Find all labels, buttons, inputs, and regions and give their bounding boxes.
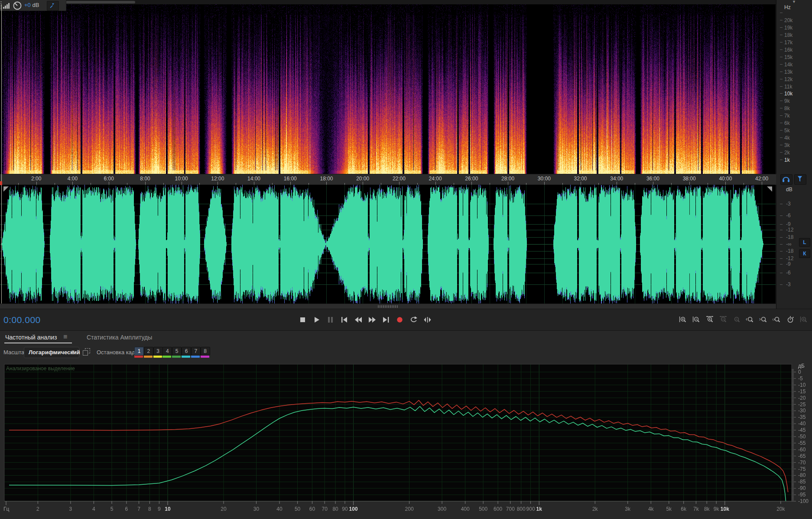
playhead-marker[interactable] — [0, 181, 2, 185]
pin-playhead-button[interactable] — [47, 1, 59, 11]
db-unit-label: dB — [786, 186, 793, 193]
playhead-line[interactable] — [1, 4, 2, 304]
channel-badge-L[interactable]: L — [799, 238, 810, 247]
active-tab-underline — [4, 343, 72, 343]
hold-color-bar — [182, 356, 190, 358]
tab-frequency-analysis[interactable]: Частотный анализ — [5, 334, 57, 341]
db-tick — [780, 284, 783, 285]
scrollbar-grip-icon[interactable] — [378, 305, 399, 308]
play-button[interactable] — [312, 315, 322, 325]
selection-corner-icon[interactable] — [767, 186, 772, 192]
skip-to-start-button[interactable] — [340, 315, 349, 325]
zoom-full-button[interactable] — [799, 316, 809, 324]
chart-x-tick-label: 30 — [253, 506, 260, 512]
freq-tick — [780, 101, 783, 101]
hold-color-bar — [172, 356, 181, 358]
chart-x-tick-label: 6 — [125, 506, 128, 512]
freq-scale-label: 10k — [784, 91, 793, 97]
ruler-time-label: 26:00 — [465, 176, 478, 182]
ruler-time-label: 22:00 — [393, 176, 406, 182]
hold-button-4[interactable]: 4 — [162, 347, 172, 356]
svg-text:‹: ‹ — [746, 316, 747, 322]
zoom-selection-button[interactable]: ‹› — [773, 316, 782, 324]
panel-menu-icon[interactable]: ≡ — [63, 333, 67, 341]
selection-corner-icon[interactable] — [3, 186, 9, 192]
zoom-out-amplitude-button[interactable] — [692, 316, 702, 324]
chart-y-tick-label: -40 — [798, 421, 806, 427]
gain-knob-icon[interactable] — [13, 1, 22, 10]
hold-button-6[interactable]: 6 — [182, 347, 191, 356]
loop-playback-button[interactable] — [409, 315, 419, 325]
chart-x-tick-label: 900 — [526, 506, 535, 512]
hold-button-5[interactable]: 5 — [172, 347, 182, 356]
tab-amplitude-statistics[interactable]: Статистика Амплитуды — [87, 334, 152, 341]
chart-x-tick-label: 9k — [714, 506, 720, 512]
pause-button[interactable] — [326, 315, 335, 325]
chevron-down-icon[interactable]: ▼ — [792, 0, 796, 4]
zoom-in-point-button[interactable]: ‹ — [746, 316, 755, 324]
chart-y-tick-label: -95 — [798, 492, 806, 498]
gain-readout[interactable]: +0 dB — [24, 2, 39, 8]
record-button[interactable] — [395, 315, 405, 325]
chart-y-tick-label: -75 — [798, 466, 806, 472]
db-tick — [780, 251, 783, 251]
waveform-display[interactable] — [0, 185, 776, 304]
copy-graph-button[interactable] — [83, 348, 91, 356]
skip-selection-button[interactable] — [423, 315, 432, 325]
spectrogram-frequency-scale[interactable]: ▼ Hz 20k19k18k17k16k15k14k13k12k11k10k9k… — [776, 0, 812, 174]
freq-scale-label: 8k — [784, 105, 790, 111]
freq-scale-label: 19k — [784, 25, 793, 31]
hold-button-7[interactable]: 7 — [191, 347, 201, 356]
chart-x-tick-label: 400 — [461, 506, 470, 512]
hold-button-2[interactable]: 2 — [144, 347, 153, 356]
hold-button-1[interactable]: 1 — [134, 347, 144, 356]
timeline-ruler[interactable]: 2:004:006:008:0010:0012:0014:0016:0018:0… — [0, 174, 776, 186]
ruler-time-label: 16:00 — [284, 176, 297, 182]
freq-scale-label: 1k — [784, 157, 790, 163]
zoom-in-time-button[interactable] — [705, 316, 715, 324]
chart-x-tick-label: 20k — [776, 506, 785, 512]
zoom-out-point-button[interactable]: › — [759, 316, 769, 324]
chart-overlay-label: Анализированое выделение — [6, 366, 75, 372]
stop-button[interactable] — [298, 315, 308, 325]
chart-x-unit: Гц — [3, 506, 9, 512]
freq-scale-label: 14k — [784, 62, 793, 68]
hold-button-3[interactable]: 3 — [153, 347, 163, 356]
zoom-in-amplitude-button[interactable] — [679, 316, 688, 324]
ruler-time-label: 14:00 — [247, 176, 260, 182]
monitor-button[interactable] — [780, 174, 793, 185]
solo-button[interactable] — [794, 174, 806, 185]
rewind-button[interactable] — [354, 315, 363, 325]
freq-tick — [780, 108, 783, 108]
chart-y-tick-label: -45 — [798, 427, 806, 433]
zoom-reset-button[interactable] — [732, 316, 742, 324]
chart-y-tick-label: -10 — [798, 382, 806, 388]
zoom-out-time-button[interactable] — [719, 316, 728, 324]
chart-x-tick-label: 8k — [704, 506, 710, 512]
meter-levels-icon[interactable] — [3, 2, 11, 9]
freq-tick — [780, 123, 783, 123]
channel-badge-К[interactable]: К — [799, 249, 810, 258]
record-icon — [395, 315, 405, 325]
scale-dropdown[interactable]: Логарифмический ▼ — [24, 347, 79, 358]
hold-color-bar — [191, 356, 200, 358]
freq-tick — [780, 20, 783, 20]
freq-scale-label: 16k — [784, 47, 793, 53]
frequency-unit-label: Hz — [784, 4, 791, 10]
db-scale-label: -6 — [786, 270, 791, 276]
frequency-analysis-chart[interactable]: Анализированое выделениедБ0-5-10-15-20-2… — [0, 362, 812, 519]
spectrogram-display[interactable] — [0, 4, 776, 174]
skip-to-end-button[interactable] — [381, 315, 391, 325]
zoom-timed-button[interactable] — [786, 316, 796, 324]
fast-forward-icon — [367, 315, 377, 325]
chart-x-tick-label: 10 — [165, 506, 171, 512]
chart-x-tick-label: 7k — [693, 506, 699, 512]
zoom-reset-icon — [732, 316, 741, 323]
waveform-db-scale[interactable]: dB -3-3-6-6-9-9-12-12-18-18-∞LК — [776, 185, 812, 309]
freq-tick — [780, 57, 783, 57]
chart-x-tick-label: 10k — [721, 506, 729, 512]
time-display[interactable]: 0:00.000 — [3, 315, 41, 325]
fast-forward-button[interactable] — [367, 315, 377, 325]
chart-y-tick-label: -85 — [798, 479, 806, 485]
hold-button-8[interactable]: 8 — [201, 347, 210, 356]
